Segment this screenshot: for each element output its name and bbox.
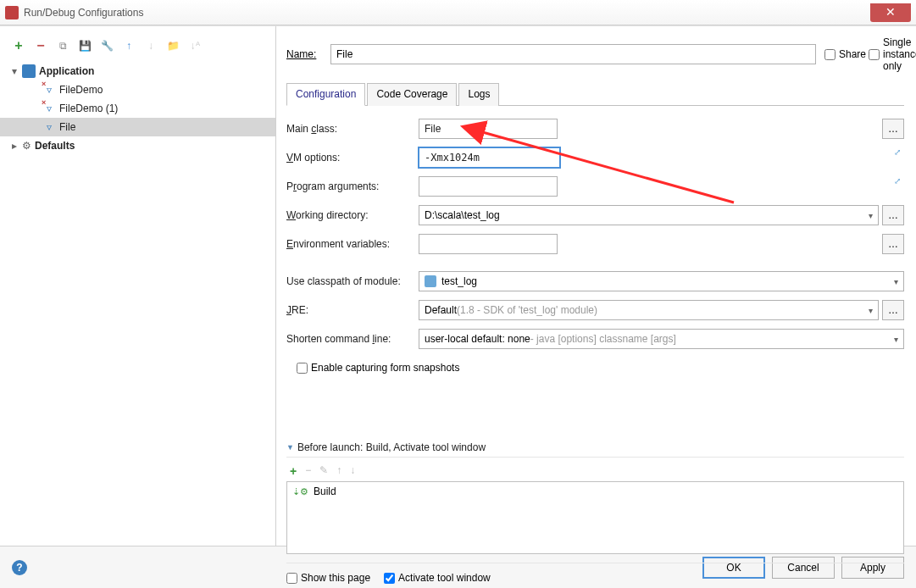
working-dir-label: Working directory: xyxy=(286,209,419,221)
application-icon xyxy=(22,64,36,78)
row-classpath: Use classpath of module: test_log xyxy=(286,270,904,292)
tab-configuration[interactable]: Configuration xyxy=(286,83,365,106)
row-program-args: Program arguments: ⤢ xyxy=(286,175,904,197)
before-launch-list[interactable]: ⇣⚙Build xyxy=(286,481,904,554)
shorten-select[interactable]: user-local default: none - java [options… xyxy=(419,329,904,349)
main-class-label: Main class: xyxy=(286,123,419,135)
titlebar: Run/Debug Configurations ✕ xyxy=(0,0,916,25)
working-dir-input[interactable]: D:\scala\test_log xyxy=(419,205,879,225)
tree-label: File xyxy=(59,121,75,133)
program-args-input[interactable] xyxy=(419,176,558,197)
close-button[interactable]: ✕ xyxy=(870,3,911,22)
config-tree: ▾ Application ▿ FileDemo ▿ FileDemo (1) … xyxy=(0,58,275,546)
activate-tool-window-checkbox[interactable]: Activate tool window xyxy=(384,572,491,584)
build-task-item[interactable]: ⇣⚙Build xyxy=(292,485,898,497)
add-task-icon[interactable]: + xyxy=(290,464,297,478)
env-vars-browse-button[interactable]: … xyxy=(882,234,904,254)
name-label: Name: xyxy=(286,48,322,60)
folder-icon[interactable]: 📁 xyxy=(166,39,180,53)
tree-node-filedemo[interactable]: ▿ FileDemo xyxy=(0,80,275,99)
tree-label: FileDemo xyxy=(59,84,103,96)
task-down-icon[interactable]: ↓ xyxy=(350,464,355,478)
tree-node-file[interactable]: ▿ File xyxy=(0,118,275,136)
chevron-down-icon: ▾ xyxy=(12,65,22,77)
run-icon: ▿ xyxy=(42,120,56,134)
tab-logs[interactable]: Logs xyxy=(458,83,499,106)
run-invalid-icon: ▿ xyxy=(42,83,56,97)
config-form: Main class: … VM options: ⤢ Program argu… xyxy=(286,106,904,392)
tabs: Configuration Code Coverage Logs xyxy=(286,82,904,106)
row-env-vars: Environment variables: … xyxy=(286,233,904,255)
dialog-body: + − ⧉ 💾 🔧 ↑ ↓ 📁 ↓ᴬ ▾ Application ▿ FileD… xyxy=(0,25,916,546)
env-vars-label: Environment variables: xyxy=(286,238,419,250)
main-class-browse-button[interactable]: … xyxy=(882,119,904,139)
row-shorten: Shorten command line: user-local default… xyxy=(286,328,904,350)
remove-config-icon[interactable]: − xyxy=(34,39,47,53)
snapshots-checkbox[interactable]: Enable capturing form snapshots xyxy=(297,362,459,374)
run-invalid-icon: ▿ xyxy=(42,102,56,115)
sidebar: + − ⧉ 💾 🔧 ↑ ↓ 📁 ↓ᴬ ▾ Application ▿ FileD… xyxy=(0,26,276,546)
main-class-input[interactable] xyxy=(419,119,558,139)
build-icon: ⇣⚙ xyxy=(292,486,308,497)
tab-code-coverage[interactable]: Code Coverage xyxy=(367,83,457,106)
before-launch-section: ▼Before launch: Build, Activate tool win… xyxy=(286,438,904,587)
name-row: Name: Share Single instance only xyxy=(286,36,904,72)
tree-label: FileDemo (1) xyxy=(59,103,118,114)
row-vm-options: VM options: ⤢ xyxy=(286,147,904,169)
window-title: Run/Debug Configurations xyxy=(24,7,870,19)
classpath-select[interactable]: test_log xyxy=(419,271,904,291)
expand-icon[interactable]: ⤢ xyxy=(894,176,901,186)
gear-icon: ⚙ xyxy=(22,140,31,152)
save-config-icon[interactable]: 💾 xyxy=(78,39,92,53)
jre-browse-button[interactable]: … xyxy=(882,300,904,320)
single-instance-checkbox[interactable]: Single instance only xyxy=(869,36,904,72)
sort-icon[interactable]: ↓ᴬ xyxy=(188,39,202,53)
before-launch-header[interactable]: ▼Before launch: Build, Activate tool win… xyxy=(286,438,904,458)
add-config-icon[interactable]: + xyxy=(12,39,25,53)
main-panel: Name: Share Single instance only Configu… xyxy=(276,26,916,546)
tree-node-defaults[interactable]: ▸ ⚙ Defaults xyxy=(0,136,275,155)
edit-task-icon[interactable]: ✎ xyxy=(319,464,328,478)
sidebar-toolbar: + − ⧉ 💾 🔧 ↑ ↓ 📁 ↓ᴬ xyxy=(0,33,275,58)
jre-label: JRE: xyxy=(286,304,419,316)
task-up-icon[interactable]: ↑ xyxy=(336,464,341,478)
remove-task-icon[interactable]: − xyxy=(305,464,311,478)
tree-label: Application xyxy=(39,65,94,77)
expand-icon[interactable]: ⤢ xyxy=(894,147,901,157)
before-launch-toolbar: + − ✎ ↑ ↓ xyxy=(286,463,904,481)
tree-label: Defaults xyxy=(35,140,75,152)
tree-node-application[interactable]: ▾ Application xyxy=(0,62,275,80)
name-input[interactable] xyxy=(330,44,816,64)
jre-select[interactable]: Default (1.8 - SDK of 'test_log' module) xyxy=(419,300,879,320)
module-icon xyxy=(425,275,436,287)
row-snapshots: Enable capturing form snapshots xyxy=(286,357,904,379)
move-up-icon[interactable]: ↑ xyxy=(122,39,136,53)
bottom-options: Show this page Activate tool window xyxy=(286,563,904,587)
program-args-label: Program arguments: xyxy=(286,180,419,192)
row-jre: JRE: Default (1.8 - SDK of 'test_log' mo… xyxy=(286,299,904,321)
classpath-label: Use classpath of module: xyxy=(286,275,419,287)
shorten-label: Shorten command line: xyxy=(286,333,419,345)
vm-options-input[interactable] xyxy=(419,147,560,168)
app-icon xyxy=(5,6,19,19)
help-button[interactable]: ? xyxy=(12,560,27,575)
vm-options-label: VM options: xyxy=(286,152,419,164)
share-checkbox[interactable]: Share xyxy=(824,48,860,60)
move-down-icon[interactable]: ↓ xyxy=(144,39,158,53)
working-dir-browse-button[interactable]: … xyxy=(882,205,904,225)
copy-config-icon[interactable]: ⧉ xyxy=(56,39,69,53)
edit-defaults-icon[interactable]: 🔧 xyxy=(100,39,114,53)
twistie-down-icon: ▼ xyxy=(286,443,294,452)
row-main-class: Main class: … xyxy=(286,118,904,140)
row-working-dir: Working directory: D:\scala\test_log … xyxy=(286,204,904,226)
chevron-right-icon: ▸ xyxy=(12,140,22,152)
show-this-page-checkbox[interactable]: Show this page xyxy=(286,572,370,584)
tree-node-filedemo1[interactable]: ▿ FileDemo (1) xyxy=(0,99,275,118)
env-vars-input[interactable] xyxy=(419,234,558,254)
